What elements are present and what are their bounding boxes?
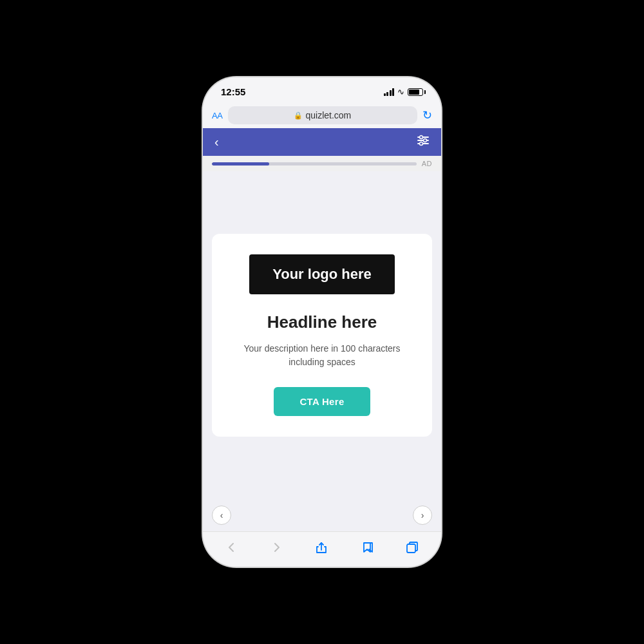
lock-icon: 🔒 bbox=[294, 111, 303, 120]
browser-bookmarks-button[interactable] bbox=[361, 542, 374, 553]
svg-point-4 bbox=[424, 139, 427, 142]
ad-headline: Headline here bbox=[267, 312, 377, 332]
logo-placeholder: Your logo here bbox=[249, 254, 395, 294]
back-icon[interactable]: ‹ bbox=[214, 135, 219, 149]
browser-share-button[interactable] bbox=[316, 541, 327, 554]
browser-back-button[interactable] bbox=[226, 542, 238, 553]
signal-icon bbox=[384, 88, 395, 96]
carousel-nav: ‹ › bbox=[203, 499, 441, 531]
nav-bar: ‹ bbox=[203, 128, 441, 156]
ad-description: Your description here in 100 characters … bbox=[227, 342, 417, 369]
svg-rect-7 bbox=[407, 544, 415, 553]
url-bar[interactable]: 🔒 quizlet.com bbox=[228, 106, 417, 124]
browser-forward-button[interactable] bbox=[270, 542, 282, 553]
ad-card: Your logo here Headline here Your descri… bbox=[212, 234, 432, 436]
browser-bar bbox=[203, 531, 441, 567]
carousel-prev-button[interactable]: ‹ bbox=[212, 506, 231, 525]
status-icons: ∿ bbox=[384, 87, 424, 97]
filter-icon[interactable] bbox=[417, 135, 430, 149]
refresh-button[interactable]: ↻ bbox=[422, 109, 432, 121]
address-bar[interactable]: AA 🔒 quizlet.com ↻ bbox=[203, 102, 441, 128]
battery-icon bbox=[408, 88, 423, 96]
content-area: Your logo here Headline here Your descri… bbox=[203, 171, 441, 499]
aa-button[interactable]: AA bbox=[212, 111, 223, 120]
browser-tabs-button[interactable] bbox=[406, 542, 418, 553]
phone-frame: 12:55 ∿ AA 🔒 quizlet.com ↻ ‹ bbox=[203, 77, 441, 567]
cta-button[interactable]: CTA Here bbox=[274, 387, 370, 416]
progress-bar bbox=[212, 162, 417, 166]
svg-point-3 bbox=[420, 136, 423, 139]
svg-point-5 bbox=[420, 142, 423, 146]
status-time: 12:55 bbox=[221, 86, 245, 97]
url-text: quizlet.com bbox=[305, 110, 351, 120]
progress-area: AD bbox=[203, 156, 441, 171]
ad-label: AD bbox=[422, 160, 432, 167]
carousel-next-button[interactable]: › bbox=[413, 506, 432, 525]
status-bar: 12:55 ∿ bbox=[203, 77, 441, 102]
wifi-icon: ∿ bbox=[397, 87, 404, 97]
progress-fill bbox=[212, 162, 269, 166]
